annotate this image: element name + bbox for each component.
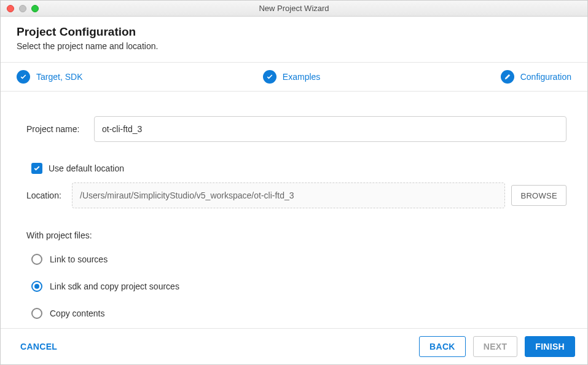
step-label: Target, SDK <box>36 72 82 82</box>
stepper: Target, SDK Examples Configuration <box>1 63 587 92</box>
with-project-files-label: With project files: <box>26 230 566 240</box>
zoom-icon[interactable] <box>31 5 39 12</box>
page-title: Project Configuration <box>17 25 571 39</box>
footer-right: BACK NEXT FINISH <box>419 336 575 357</box>
finish-button[interactable]: FINISH <box>525 336 575 357</box>
location-label: Location: <box>26 190 66 200</box>
check-icon <box>263 70 276 84</box>
step-label: Examples <box>283 72 320 82</box>
wizard-window: New Project Wizard Project Configuration… <box>0 0 588 365</box>
radio-icon[interactable] <box>31 254 42 265</box>
use-default-location-row[interactable]: Use default location <box>26 163 566 174</box>
location-input[interactable] <box>72 182 505 208</box>
check-icon <box>17 70 30 84</box>
radio-copy-contents[interactable]: Copy contents <box>26 303 566 324</box>
pencil-icon <box>501 70 514 84</box>
close-icon[interactable] <box>7 5 14 12</box>
back-button[interactable]: BACK <box>419 336 466 357</box>
header: Project Configuration Select the project… <box>1 17 587 63</box>
step-examples[interactable]: Examples <box>263 70 320 84</box>
radio-selected-icon[interactable] <box>31 281 42 292</box>
traffic-lights <box>1 5 39 12</box>
browse-button[interactable]: BROWSE <box>511 185 566 206</box>
radio-icon[interactable] <box>31 308 42 319</box>
radio-link-sdk-copy[interactable]: Link sdk and copy project sources <box>26 276 566 297</box>
next-button: NEXT <box>473 336 518 357</box>
project-name-label: Project name: <box>26 124 85 134</box>
radio-label: Copy contents <box>50 308 105 318</box>
window-title: New Project Wizard <box>1 4 587 13</box>
step-configuration[interactable]: Configuration <box>501 70 571 84</box>
step-target-sdk[interactable]: Target, SDK <box>17 70 82 84</box>
radio-label: Link sdk and copy project sources <box>50 281 179 291</box>
radio-label: Link to sources <box>50 254 108 264</box>
page-subtitle: Select the project name and location. <box>17 41 571 51</box>
minimize-icon <box>19 5 26 12</box>
project-name-input[interactable] <box>94 116 566 142</box>
location-row: Location: BROWSE <box>26 182 566 208</box>
radio-link-sources[interactable]: Link to sources <box>26 249 566 270</box>
footer: CANCEL BACK NEXT FINISH <box>1 328 587 364</box>
content: Project name: Use default location Locat… <box>1 92 587 328</box>
step-label: Configuration <box>520 72 571 82</box>
use-default-location-label: Use default location <box>49 163 124 173</box>
project-name-row: Project name: <box>26 116 566 142</box>
checkbox-checked-icon[interactable] <box>31 163 42 174</box>
titlebar: New Project Wizard <box>1 1 587 17</box>
cancel-button[interactable]: CANCEL <box>20 342 57 351</box>
